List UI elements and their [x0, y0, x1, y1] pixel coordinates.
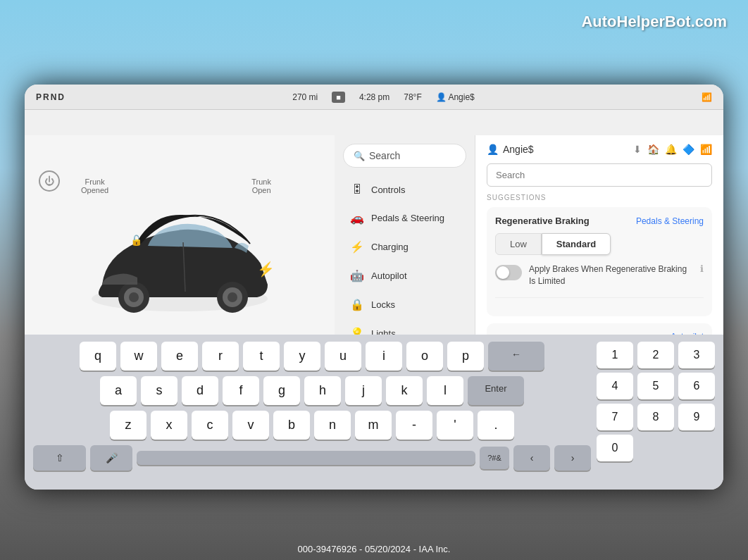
key-t[interactable]: t	[243, 342, 280, 371]
symbols-key[interactable]: ?#&	[480, 447, 509, 469]
keyboard-row-2: a s d f g h j k l Enter	[33, 376, 591, 405]
menu-label-4: Locks	[371, 299, 395, 310]
car-svg: ⚡ 🔓	[74, 186, 285, 313]
key-m[interactable]: m	[355, 411, 392, 440]
menu-item-locks[interactable]: 🔒Locks	[339, 291, 470, 318]
key-j[interactable]: j	[345, 376, 382, 405]
key-s[interactable]: s	[141, 376, 177, 405]
key-h[interactable]: h	[304, 376, 341, 405]
enter-key[interactable]: Enter	[468, 376, 524, 405]
bell-icon: 🔔	[665, 144, 677, 155]
key-4[interactable]: 4	[597, 373, 633, 399]
key-apostrophe[interactable]: '	[437, 411, 473, 440]
key-a[interactable]: a	[100, 376, 137, 405]
keyboard-row-4: ⇧ 🎤 ?#& ‹ ›	[33, 445, 591, 471]
keyboard-area: q w e r t y u i o p ← a s d f	[25, 335, 723, 490]
arrow-left-key[interactable]: ‹	[513, 445, 550, 471]
menu-icon-2: ⚡	[350, 240, 364, 254]
key-o[interactable]: o	[406, 342, 443, 371]
content-area: ⏻ Frunk Opened Trunk Open	[25, 110, 723, 335]
menu-item-controls[interactable]: 🎛Controls	[339, 176, 470, 203]
key-b[interactable]: b	[273, 411, 310, 440]
key-f[interactable]: f	[223, 376, 259, 405]
user-icon: 👤	[487, 144, 499, 155]
keyboard-row-3: z x c v b n m - ' .	[33, 411, 591, 440]
apply-brakes-label: Apply Brakes When Regenerative Braking I…	[529, 263, 693, 287]
signal-icon: 📶	[702, 92, 712, 102]
menu-label-3: Autopilot	[371, 270, 407, 281]
key-e[interactable]: e	[161, 342, 198, 371]
keyboard-row-1: q w e r t y u i o p ←	[33, 342, 591, 371]
pedals-steering-link[interactable]: Pedals & Steering	[636, 216, 704, 226]
settings-panel: 👤 Angie$ ⬇ 🏠 🔔 🔷 📶 SUGGESTIONS Regenerat…	[475, 135, 723, 335]
key-d[interactable]: d	[182, 376, 218, 405]
settings-action-icons: ⬇ 🏠 🔔 🔷 📶	[633, 144, 712, 155]
key-w[interactable]: w	[120, 342, 157, 371]
menu-label-1: Pedals & Steering	[371, 213, 444, 223]
key-1[interactable]: 1	[597, 342, 633, 368]
apply-brakes-toggle[interactable]	[495, 265, 522, 280]
key-c[interactable]: c	[192, 411, 228, 440]
menu-item-lights[interactable]: 💡Lights	[339, 320, 470, 335]
home-icon: 🏠	[647, 144, 659, 155]
menu-label-0: Controls	[371, 185, 405, 195]
keyboard-numpad: 1 2 3 4 5 6 7 8 9 0	[597, 342, 715, 476]
menu-item-pedals-&-steering[interactable]: 🚗Pedals & Steering	[339, 204, 470, 232]
regen-standard-button[interactable]: Standard	[542, 233, 611, 255]
download-icon: ⬇	[633, 144, 642, 155]
key-u[interactable]: u	[325, 342, 361, 371]
key-2[interactable]: 2	[637, 342, 674, 368]
key-l[interactable]: l	[427, 376, 463, 405]
key-n[interactable]: n	[314, 411, 351, 440]
space-key[interactable]	[137, 451, 475, 465]
car-panel: ⏻ Frunk Opened Trunk Open	[25, 135, 335, 335]
menu-icon-5: 💡	[350, 327, 364, 335]
key-p[interactable]: p	[447, 342, 484, 371]
key-3[interactable]: 3	[678, 342, 715, 368]
settings-user: 👤 Angie$	[487, 144, 534, 155]
regen-low-button[interactable]: Low	[495, 233, 542, 255]
menu-icon-0: 🎛	[350, 183, 364, 196]
user-display: 👤 Angie$	[436, 92, 475, 102]
username-label: Angie$	[503, 144, 534, 155]
key-z[interactable]: z	[110, 411, 147, 440]
menu-label-5: Lights	[371, 328, 396, 335]
temp-display: 78°F	[404, 92, 421, 102]
key-0[interactable]: 0	[597, 435, 633, 461]
menu-item-autopilot[interactable]: 🤖Autopilot	[339, 262, 470, 290]
shift-key[interactable]: ⇧	[33, 445, 86, 471]
keyboard-grid: q w e r t y u i o p ← a s d f	[33, 342, 715, 476]
backspace-key[interactable]: ←	[488, 342, 544, 371]
status-center: 270 mi ■ 4:28 pm 78°F 👤 Angie$	[66, 92, 702, 103]
settings-header: 👤 Angie$ ⬇ 🏠 🔔 🔷 📶	[487, 144, 712, 155]
key-hyphen[interactable]: -	[396, 411, 432, 440]
key-x[interactable]: x	[151, 411, 187, 440]
car-image: ⚡ 🔓	[60, 192, 299, 306]
key-6[interactable]: 6	[678, 373, 715, 399]
key-r[interactable]: r	[202, 342, 239, 371]
menu-item-charging[interactable]: ⚡Charging	[339, 233, 470, 261]
status-bar: PRND 270 mi ■ 4:28 pm 78°F 👤 Angie$ 📶	[25, 85, 723, 110]
key-y[interactable]: y	[284, 342, 320, 371]
apply-brakes-info-icon[interactable]: ℹ	[700, 263, 704, 274]
mic-key[interactable]: 🎤	[90, 445, 132, 471]
key-8[interactable]: 8	[637, 404, 674, 430]
apply-brakes-row: Apply Brakes When Regenerative Braking I…	[495, 263, 704, 298]
settings-search-input[interactable]	[487, 163, 712, 187]
key-v[interactable]: v	[232, 411, 269, 440]
key-period[interactable]: .	[478, 411, 514, 440]
key-5[interactable]: 5	[637, 373, 674, 399]
search-bar[interactable]: 🔍 Search	[343, 144, 466, 168]
watermark: AutoHelperBot.com	[581, 13, 727, 31]
key-i[interactable]: i	[366, 342, 402, 371]
key-k[interactable]: k	[386, 376, 423, 405]
range-display: 270 mi	[292, 92, 318, 102]
search-label: Search	[369, 150, 400, 161]
menu-icon-4: 🔒	[350, 298, 364, 311]
key-7[interactable]: 7	[597, 404, 633, 430]
key-g[interactable]: g	[263, 376, 300, 405]
search-icon: 🔍	[354, 151, 365, 161]
key-9[interactable]: 9	[678, 404, 715, 430]
arrow-right-key[interactable]: ›	[554, 445, 591, 471]
key-q[interactable]: q	[80, 342, 116, 371]
